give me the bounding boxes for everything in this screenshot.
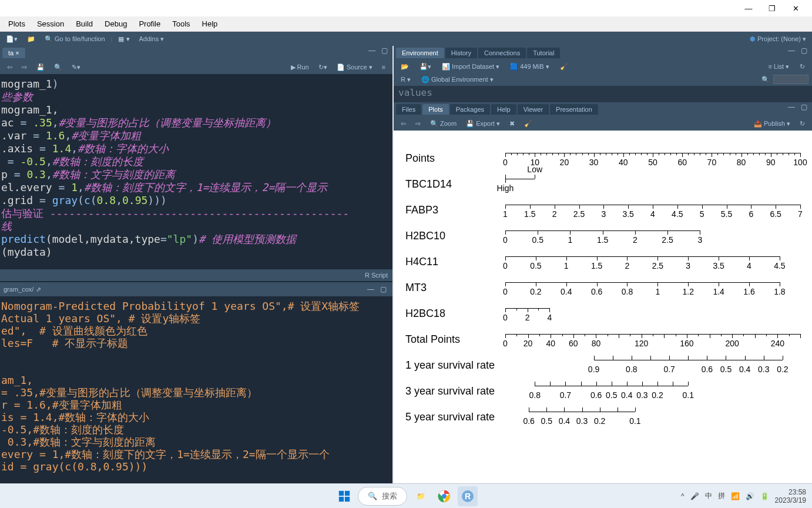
console-output[interactable]: Nomogram-Predicted Probabilityof 1 years… <box>0 296 392 483</box>
mic-icon[interactable]: 🎤 <box>690 492 699 500</box>
plots-toolbar: ⇦ ⇨ 🔍 Zoom 💾 Export ▾ ✖ 🧹 📤 Publish ▾ ↻ <box>394 116 812 131</box>
list-label: List <box>774 63 784 70</box>
scope-label: Global Environment <box>431 76 488 83</box>
console-browse-icon[interactable]: ⇗ <box>36 286 41 293</box>
wand-icon[interactable]: ✎▾ <box>68 62 84 72</box>
save-icon[interactable]: 💾 <box>33 62 48 72</box>
find-icon[interactable]: 🔍 <box>51 62 66 72</box>
broom-icon[interactable]: 🧹 <box>556 62 572 72</box>
grid-icon[interactable]: ▦ ▾ <box>115 34 133 44</box>
tab-connections[interactable]: Connections <box>478 48 526 58</box>
source-button[interactable]: 📄 Source ▾ <box>333 62 376 72</box>
nomogram-label: H2BC10 <box>405 230 505 242</box>
plot-next-icon[interactable]: ⇨ <box>412 119 424 129</box>
taskbar-search[interactable]: 🔍 搜索 <box>358 487 407 506</box>
console-header: gram_cox/ ⇗ — ▢ <box>0 282 392 296</box>
pane-minimize-icon[interactable]: — <box>366 46 378 55</box>
project-menu[interactable]: ⬢ Project: (None) ▾ <box>746 34 810 44</box>
menu-build[interactable]: Build <box>70 18 99 30</box>
ime-lang[interactable]: 中 <box>705 491 712 501</box>
addins-menu[interactable]: Addins ▾ <box>136 34 168 44</box>
env-maximize-icon[interactable]: ▢ <box>798 46 810 55</box>
nomogram-axis: 0.90.80.70.60.50.40.30.2 <box>505 355 800 375</box>
console-maximize-icon[interactable]: ▢ <box>378 285 389 293</box>
nomogram-row: 1 year survival rate0.90.80.70.60.50.40.… <box>405 355 800 375</box>
tab-help[interactable]: Help <box>491 104 516 115</box>
nomogram-label: 1 year survival rate <box>405 359 505 372</box>
nomogram-label: Points <box>405 152 505 165</box>
export-button[interactable]: 💾 Export ▾ <box>462 119 504 129</box>
tab-viewer[interactable]: Viewer <box>518 104 549 115</box>
menu-plots[interactable]: Plots <box>2 18 31 30</box>
import-dataset-button[interactable]: 📊 Import Dataset ▾ <box>438 62 503 72</box>
tab-history[interactable]: History <box>445 48 477 58</box>
menu-profile[interactable]: Profile <box>133 18 166 30</box>
volume-icon[interactable]: 🔊 <box>746 492 754 500</box>
explorer-icon[interactable]: 📁 <box>411 486 431 506</box>
tab-packages[interactable]: Packages <box>450 104 490 115</box>
clock[interactable]: 23:58 2023/3/19 <box>775 488 806 504</box>
menu-session[interactable]: Session <box>31 18 70 30</box>
env-minimize-icon[interactable]: — <box>786 46 797 55</box>
tab-tutorial[interactable]: Tutorial <box>527 48 560 58</box>
close-button[interactable]: ✕ <box>784 0 807 16</box>
tray-chevron-icon[interactable]: ^ <box>681 492 685 500</box>
open-file-icon[interactable]: 📁 <box>24 34 39 44</box>
outline-icon[interactable]: ≡ <box>378 62 389 72</box>
env-tabs: Environment History Connections Tutorial… <box>394 46 812 60</box>
nomogram-label: 5 year survival rate <box>405 411 505 423</box>
nomogram-label: TBC1D14 <box>405 178 505 190</box>
run-button[interactable]: ▶ Run <box>287 62 313 72</box>
source-editor[interactable]: mogram_1)些参数mogram_1,ac = .35,#变量与图形的占比（… <box>0 74 392 269</box>
tab-files[interactable]: Files <box>396 104 421 115</box>
memory-indicator[interactable]: 🟦 449 MiB ▾ <box>506 62 552 72</box>
source-tab[interactable]: ta × <box>2 48 25 58</box>
plots-minimize-icon[interactable]: — <box>786 103 797 111</box>
nomogram-row: H2BC18024 <box>405 303 800 323</box>
nomogram-label: MT3 <box>405 282 505 294</box>
goto-file-function[interactable]: 🔍 Go to file/function <box>41 34 109 44</box>
search-label: 搜索 <box>382 491 397 502</box>
menu-tools[interactable]: Tools <box>166 18 196 30</box>
save-ws-icon[interactable]: 💾▾ <box>416 62 435 72</box>
rstudio-icon[interactable]: R <box>458 486 478 506</box>
svg-rect-1 <box>345 490 350 495</box>
new-file-icon[interactable]: 📄▾ <box>2 34 21 44</box>
memory-label: 449 MiB <box>520 63 543 70</box>
nomogram-row: 5 year survival rate0.60.50.40.30.20.1 <box>405 407 800 427</box>
plot-refresh-icon[interactable]: ↻ <box>796 119 808 129</box>
pane-maximize-icon[interactable]: ▢ <box>379 46 390 55</box>
minimize-button[interactable]: — <box>737 0 760 16</box>
rerun-icon[interactable]: ↻▾ <box>315 62 331 72</box>
list-view[interactable]: ≡ List ▾ <box>764 62 793 72</box>
menu-debug[interactable]: Debug <box>99 18 133 30</box>
source-tab-label: ta <box>8 49 14 56</box>
r-scope[interactable]: R ▾ <box>397 75 414 85</box>
clear-plots-icon[interactable]: 🧹 <box>521 119 536 129</box>
env-scope-row: R ▾ 🌐 Global Environment ▾ 🔍 <box>394 73 812 86</box>
env-search-input[interactable] <box>773 75 808 84</box>
tab-plots[interactable]: Plots <box>422 104 448 115</box>
remove-plot-icon[interactable]: ✖ <box>506 119 518 129</box>
nomogram-row: 3 year survival rate0.80.70.60.50.40.30.… <box>405 381 800 401</box>
load-icon[interactable]: 📂 <box>397 62 412 72</box>
chrome-icon[interactable] <box>434 486 454 506</box>
ime-mode[interactable]: 拼 <box>718 491 725 501</box>
tab-environment[interactable]: Environment <box>396 48 444 58</box>
back-icon[interactable]: ⇦ <box>4 62 16 72</box>
battery-icon[interactable]: 🔋 <box>760 492 769 500</box>
menu-help[interactable]: Help <box>196 18 224 30</box>
maximize-button[interactable]: ❐ <box>760 0 784 16</box>
plots-maximize-icon[interactable]: ▢ <box>798 103 810 111</box>
wifi-icon[interactable]: 📶 <box>731 492 740 500</box>
publish-button[interactable]: 📤 Publish ▾ <box>750 119 794 129</box>
forward-icon[interactable]: ⇨ <box>18 62 31 72</box>
publish-label: Publish <box>764 120 785 127</box>
start-button[interactable] <box>334 486 354 506</box>
global-env[interactable]: 🌐 Global Environment ▾ <box>418 75 497 85</box>
zoom-button[interactable]: 🔍 Zoom <box>427 119 460 129</box>
tab-presentation[interactable]: Presentation <box>550 104 598 115</box>
refresh-icon[interactable]: ↻ <box>796 62 808 72</box>
plot-prev-icon[interactable]: ⇦ <box>397 119 410 129</box>
console-minimize-icon[interactable]: — <box>365 285 377 293</box>
